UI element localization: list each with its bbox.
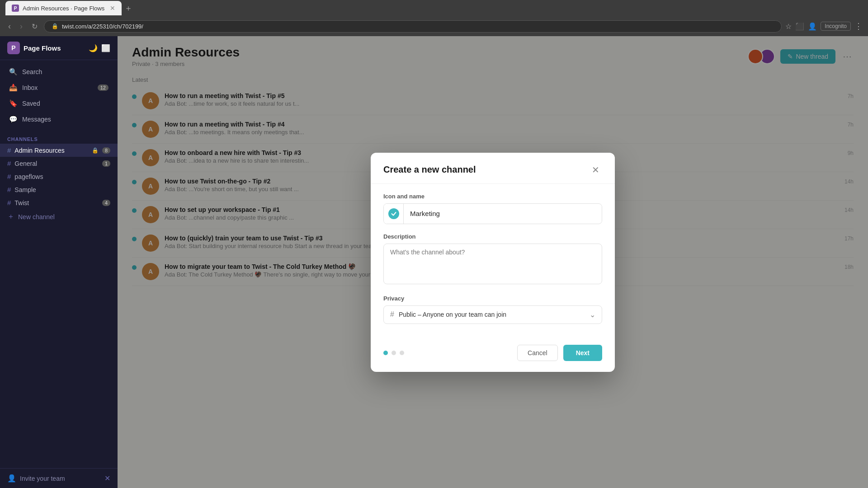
modal-overlay[interactable]: Create a new channel ✕ Icon and name — [118, 36, 868, 488]
channel-admin-resources-badge: 8 — [102, 147, 110, 154]
inbox-label: Inbox — [22, 84, 38, 91]
browser-menu-icon[interactable]: ⋮ — [854, 21, 863, 31]
privacy-label: Privacy — [383, 295, 602, 302]
new-channel-item[interactable]: ＋ New channel — [0, 209, 118, 224]
invite-close-icon[interactable]: ✕ — [104, 474, 110, 483]
sidebar-item-saved[interactable]: 🔖 Saved — [2, 96, 116, 111]
privacy-select-row[interactable]: # Public – Anyone on your team can join … — [383, 305, 602, 324]
privacy-left: # Public – Anyone on your team can join — [390, 310, 506, 319]
main-content: Admin Resources Private · 3 members ✎ Ne… — [118, 36, 868, 488]
icon-name-row — [383, 203, 602, 224]
reload-button[interactable]: ↻ — [29, 20, 40, 33]
channel-pageflows-hash-icon: # — [7, 173, 11, 180]
bookmark-icon[interactable]: ☆ — [785, 22, 792, 31]
channel-item-admin-resources[interactable]: # Admin Resources 🔒 8 — [0, 144, 118, 157]
back-button[interactable]: ‹ — [5, 20, 14, 33]
workspace-icon: P — [7, 42, 20, 54]
incognito-label: Incognito — [821, 22, 851, 31]
check-icon — [391, 211, 397, 217]
cancel-button[interactable]: Cancel — [517, 345, 558, 361]
invite-team-item[interactable]: 👤 Invite your team ✕ — [0, 468, 118, 488]
channel-general-label: General — [14, 160, 99, 167]
icon-name-form-group: Icon and name — [383, 193, 602, 224]
invite-team-icon: 👤 — [7, 474, 16, 483]
icon-picker-button[interactable] — [384, 204, 404, 224]
url-lock-icon: 🔒 — [52, 23, 58, 29]
channel-twist-badge: 4 — [102, 200, 110, 206]
channel-twist-hash-icon: # — [7, 199, 11, 206]
sidebar-header: P Page Flows 🌙 ⬜ — [0, 36, 118, 60]
inbox-icon: 📥 — [9, 84, 18, 92]
channel-lock-icon: 🔒 — [92, 147, 99, 154]
channel-pageflows-label: pageflows — [14, 173, 110, 180]
next-button[interactable]: Next — [563, 345, 602, 361]
channel-sample-label: Sample — [14, 186, 110, 193]
saved-icon: 🔖 — [9, 99, 18, 108]
new-tab-icon[interactable]: ＋ — [124, 3, 132, 14]
icon-name-label: Icon and name — [383, 193, 602, 200]
channel-twist-label: Twist — [14, 199, 99, 206]
browser-tab[interactable]: P Admin Resources · Page Flows ✕ — [5, 1, 122, 15]
inbox-badge: 12 — [98, 84, 108, 91]
channel-item-pageflows[interactable]: # pageflows — [0, 170, 118, 183]
channels-section-title: Channels — [0, 131, 118, 144]
step-dot-3 — [400, 351, 404, 355]
channel-general-badge: 1 — [102, 160, 110, 167]
invite-team-label: Invite your team — [20, 475, 101, 482]
tab-favicon: P — [12, 5, 19, 12]
search-nav-icon: 🔍 — [9, 68, 18, 76]
create-channel-modal: Create a new channel ✕ Icon and name — [371, 153, 615, 372]
channel-item-general[interactable]: # General 1 — [0, 157, 118, 170]
channel-sample-hash-icon: # — [7, 186, 11, 193]
saved-label: Saved — [22, 100, 40, 107]
privacy-chevron-icon: ⌄ — [590, 310, 595, 319]
url-text: twist.com/a/225310/ch/702199/ — [62, 23, 143, 30]
layout-icon[interactable]: ⬜ — [101, 44, 110, 52]
privacy-form-group: Privacy # Public – Anyone on your team c… — [383, 295, 602, 324]
description-textarea[interactable] — [383, 244, 602, 284]
channel-hash-icon: # — [7, 146, 11, 154]
modal-body: Icon and name — [371, 184, 615, 338]
sidebar-nav: 🔍 Search 📥 Inbox 12 🔖 Saved 💬 Messages — [0, 60, 118, 131]
sidebar-item-messages[interactable]: 💬 Messages — [2, 112, 116, 127]
messages-label: Messages — [22, 116, 51, 123]
step-dot-2 — [392, 351, 396, 355]
profile-icon[interactable]: 👤 — [808, 22, 817, 31]
extensions-icon[interactable]: ⬛ — [795, 22, 804, 31]
new-channel-plus-icon: ＋ — [7, 212, 14, 221]
workspace-name: Page Flows — [24, 44, 85, 52]
channel-admin-resources-label: Admin Resources — [14, 147, 88, 154]
footer-buttons: Cancel Next — [517, 345, 602, 361]
messages-icon: 💬 — [9, 115, 18, 123]
sidebar: P Page Flows 🌙 ⬜ 🔍 Search 📥 Inbox 12 🔖 S… — [0, 36, 118, 488]
modal-close-button[interactable]: ✕ — [589, 164, 602, 176]
channel-general-hash-icon: # — [7, 160, 11, 167]
privacy-hash-icon: # — [390, 310, 394, 319]
tab-title: Admin Resources · Page Flows — [23, 5, 104, 12]
channel-name-input[interactable] — [404, 205, 602, 222]
channel-item-twist[interactable]: # Twist 4 — [0, 196, 118, 209]
step-dots — [383, 351, 404, 355]
browser-nav: ‹ › ↻ 🔒 twist.com/a/225310/ch/702199/ ☆ … — [0, 16, 868, 36]
moon-icon[interactable]: 🌙 — [89, 44, 98, 52]
privacy-value: Public – Anyone on your team can join — [399, 311, 506, 318]
description-form-group: Description — [383, 233, 602, 286]
forward-button[interactable]: › — [17, 20, 25, 33]
modal-header: Create a new channel ✕ — [371, 153, 615, 184]
tab-close-icon[interactable]: ✕ — [110, 5, 115, 12]
modal-footer: Cancel Next — [371, 338, 615, 372]
description-label: Description — [383, 233, 602, 240]
search-label: Search — [22, 68, 42, 75]
channel-icon-display — [388, 208, 399, 219]
step-dot-1 — [383, 351, 388, 355]
browser-chrome: P Admin Resources · Page Flows ✕ ＋ — [0, 0, 868, 16]
url-bar[interactable]: 🔒 twist.com/a/225310/ch/702199/ — [44, 20, 782, 33]
sidebar-item-search[interactable]: 🔍 Search — [2, 64, 116, 80]
sidebar-item-inbox[interactable]: 📥 Inbox 12 — [2, 80, 116, 95]
app-layout: P Page Flows 🌙 ⬜ 🔍 Search 📥 Inbox 12 🔖 S… — [0, 36, 868, 488]
new-channel-label: New channel — [18, 213, 55, 221]
modal-title: Create a new channel — [383, 164, 476, 175]
channel-item-sample[interactable]: # Sample — [0, 183, 118, 196]
